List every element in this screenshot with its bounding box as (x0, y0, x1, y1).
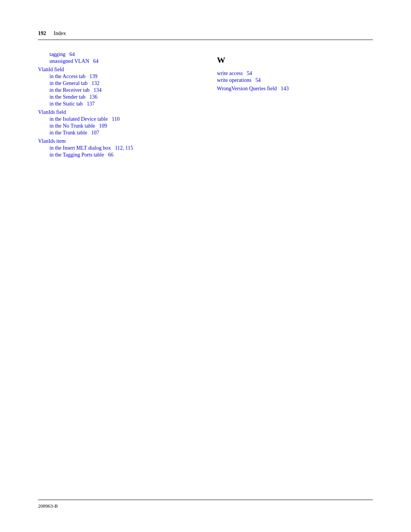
vlanid-sender-link[interactable]: in the Sender tab 136 (49, 94, 97, 100)
vlanid-general-link[interactable]: in the General tab 132 (49, 80, 99, 86)
vlanid-field-link[interactable]: VlanId field (38, 67, 64, 72)
page-header: 192 Index (38, 30, 373, 40)
vlanids-insert-mlt-link[interactable]: in the Insert MLT dialog box 112, 115 (49, 145, 133, 151)
vlanids-item-link[interactable]: VlanIds item (38, 138, 66, 144)
list-item: in the Receiver tab 134 (38, 87, 194, 93)
list-item: in the Sender tab 136 (38, 94, 194, 100)
page-footer: 208963-B (38, 500, 373, 509)
vlanid-access-link[interactable]: in the Access tab 139 (49, 73, 97, 79)
left-column: tagging 64 unassigned VLAN 64 VlanId fie… (38, 51, 194, 159)
unassigned-vlan-link[interactable]: unassigned VLAN 64 (49, 58, 99, 64)
header-title: Index (54, 30, 66, 37)
vlanids-tagging-ports-link[interactable]: in the Tagging Ports table 66 (49, 152, 113, 158)
vlanids-notrunk-link[interactable]: in the No Trunk table 109 (49, 123, 107, 129)
list-item: in the Tagging Ports table 66 (38, 152, 194, 158)
list-item: VlanIds field (38, 109, 194, 115)
list-item: unassigned VLAN 64 (38, 58, 194, 64)
vlanid-receiver-link[interactable]: in the Receiver tab 134 (49, 87, 102, 93)
list-item: in the Trunk table 107 (38, 130, 194, 136)
page: 192 Index tagging 64 unassigned VLAN 64 … (0, 0, 411, 532)
tagging-link[interactable]: tagging 64 (49, 51, 75, 57)
page-number: 192 (38, 30, 46, 37)
list-item: in the Isolated Device table 110 (38, 116, 194, 122)
vlanid-static-link[interactable]: in the Static tab 137 (49, 101, 95, 107)
list-item: in the Static tab 137 (38, 101, 194, 107)
footer-text: 208963-B (38, 503, 58, 509)
vlanids-isolated-link[interactable]: in the Isolated Device table 110 (49, 116, 119, 122)
section-letter-w: W (217, 55, 373, 65)
wrongversion-queries-field-link[interactable]: WrongVersion Queries field 143 (217, 86, 289, 91)
list-item: in the No Trunk table 109 (38, 123, 194, 129)
list-item: write access 54 (217, 70, 373, 77)
write-operations-link[interactable]: write operations 54 (217, 77, 261, 83)
list-item: in the Insert MLT dialog box 112, 115 (38, 145, 194, 151)
list-item: in the General tab 132 (38, 80, 194, 86)
right-column: W write access 54 write operations 54 Wr… (217, 51, 373, 159)
vlanids-field-link[interactable]: VlanIds field (38, 109, 66, 115)
write-access-link[interactable]: write access 54 (217, 70, 252, 76)
list-item: VlanIds item (38, 138, 194, 144)
list-item: tagging 64 (38, 51, 194, 58)
vlanids-trunk-link[interactable]: in the Trunk table 107 (49, 130, 99, 136)
list-item: in the Access tab 139 (38, 73, 194, 80)
list-item: VlanId field (38, 67, 194, 73)
list-item: write operations 54 (217, 77, 373, 83)
list-item: WrongVersion Queries field 143 (217, 86, 373, 92)
index-content: tagging 64 unassigned VLAN 64 VlanId fie… (38, 51, 373, 159)
